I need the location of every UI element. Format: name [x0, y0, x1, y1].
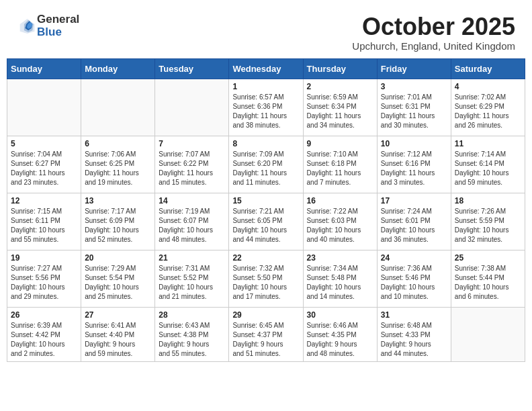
- day-info: Sunrise: 7:04 AMSunset: 6:27 PMDaylight:…: [11, 150, 77, 187]
- day-number: 29: [232, 310, 299, 320]
- day-number: 28: [159, 310, 225, 320]
- day-info: Sunrise: 7:01 AMSunset: 6:31 PMDaylight:…: [381, 93, 447, 130]
- day-info: Sunrise: 7:17 AMSunset: 6:09 PMDaylight:…: [85, 207, 151, 244]
- calendar-cell: 9Sunrise: 7:10 AMSunset: 6:18 PMDaylight…: [303, 136, 377, 193]
- day-number: 19: [11, 253, 77, 263]
- day-info: Sunrise: 7:26 AMSunset: 5:59 PMDaylight:…: [455, 207, 521, 244]
- day-info: Sunrise: 7:06 AMSunset: 6:25 PMDaylight:…: [85, 150, 151, 187]
- month-title: October 2025: [352, 13, 515, 40]
- day-info: Sunrise: 7:24 AMSunset: 6:01 PMDaylight:…: [381, 207, 447, 244]
- day-number: 12: [11, 196, 77, 205]
- day-number: 30: [307, 310, 373, 320]
- day-info: Sunrise: 7:02 AMSunset: 6:29 PMDaylight:…: [455, 93, 521, 130]
- calendar-cell: 20Sunrise: 7:29 AMSunset: 5:54 PMDayligh…: [81, 250, 155, 307]
- day-number: 5: [11, 139, 77, 148]
- calendar-cell: 18Sunrise: 7:26 AMSunset: 5:59 PMDayligh…: [451, 193, 525, 250]
- day-number: 27: [85, 310, 151, 320]
- day-info: Sunrise: 6:39 AMSunset: 4:42 PMDaylight:…: [11, 321, 77, 359]
- calendar-week-5: 26Sunrise: 6:39 AMSunset: 4:42 PMDayligh…: [7, 307, 525, 361]
- calendar-cell: 21Sunrise: 7:31 AMSunset: 5:52 PMDayligh…: [155, 250, 229, 307]
- calendar-cell: 25Sunrise: 7:38 AMSunset: 5:44 PMDayligh…: [451, 250, 525, 307]
- day-number: 10: [381, 139, 447, 148]
- day-info: Sunrise: 7:34 AMSunset: 5:48 PMDaylight:…: [307, 264, 373, 302]
- day-info: Sunrise: 7:07 AMSunset: 6:22 PMDaylight:…: [159, 150, 225, 187]
- page-header: General Blue October 2025 Upchurch, Engl…: [7, 7, 525, 55]
- calendar-cell: 15Sunrise: 7:21 AMSunset: 6:05 PMDayligh…: [229, 193, 303, 250]
- day-info: Sunrise: 7:10 AMSunset: 6:18 PMDaylight:…: [307, 150, 373, 187]
- col-header-sunday: Sunday: [7, 58, 81, 79]
- calendar-cell: 16Sunrise: 7:22 AMSunset: 6:03 PMDayligh…: [303, 193, 377, 250]
- calendar-cell: 23Sunrise: 7:34 AMSunset: 5:48 PMDayligh…: [303, 250, 377, 307]
- calendar-cell: 11Sunrise: 7:14 AMSunset: 6:14 PMDayligh…: [451, 136, 525, 193]
- day-info: Sunrise: 6:48 AMSunset: 4:33 PMDaylight:…: [381, 321, 447, 359]
- calendar-cell: [451, 307, 525, 361]
- calendar-cell: 10Sunrise: 7:12 AMSunset: 6:16 PMDayligh…: [377, 136, 451, 193]
- calendar-cell: 31Sunrise: 6:48 AMSunset: 4:33 PMDayligh…: [377, 307, 451, 361]
- day-number: 4: [455, 82, 521, 91]
- day-number: 8: [232, 139, 299, 148]
- title-block: October 2025 Upchurch, England, United K…: [352, 13, 515, 52]
- day-number: 24: [381, 253, 447, 263]
- day-number: 31: [381, 310, 447, 320]
- day-info: Sunrise: 7:27 AMSunset: 5:56 PMDaylight:…: [11, 264, 77, 302]
- day-info: Sunrise: 6:59 AMSunset: 6:34 PMDaylight:…: [307, 93, 373, 130]
- calendar-cell: 22Sunrise: 7:32 AMSunset: 5:50 PMDayligh…: [229, 250, 303, 307]
- calendar-cell: 8Sunrise: 7:09 AMSunset: 6:20 PMDaylight…: [229, 136, 303, 193]
- day-number: 16: [307, 196, 373, 205]
- calendar-header-row: SundayMondayTuesdayWednesdayThursdayFrid…: [7, 58, 525, 79]
- day-number: 14: [159, 196, 225, 205]
- calendar-week-4: 19Sunrise: 7:27 AMSunset: 5:56 PMDayligh…: [7, 250, 525, 307]
- calendar-cell: 4Sunrise: 7:02 AMSunset: 6:29 PMDaylight…: [451, 79, 525, 136]
- day-info: Sunrise: 7:29 AMSunset: 5:54 PMDaylight:…: [85, 264, 151, 302]
- day-info: Sunrise: 6:57 AMSunset: 6:36 PMDaylight:…: [232, 93, 299, 130]
- day-info: Sunrise: 6:45 AMSunset: 4:37 PMDaylight:…: [232, 321, 299, 359]
- calendar-cell: 12Sunrise: 7:15 AMSunset: 6:11 PMDayligh…: [7, 193, 81, 250]
- day-number: 23: [307, 253, 373, 263]
- day-info: Sunrise: 7:32 AMSunset: 5:50 PMDaylight:…: [232, 264, 299, 302]
- location: Upchurch, England, United Kingdom: [352, 40, 515, 52]
- calendar-cell: 30Sunrise: 6:46 AMSunset: 4:35 PMDayligh…: [303, 307, 377, 361]
- calendar-cell: 14Sunrise: 7:19 AMSunset: 6:07 PMDayligh…: [155, 193, 229, 250]
- day-info: Sunrise: 6:41 AMSunset: 4:40 PMDaylight:…: [85, 321, 151, 359]
- col-header-thursday: Thursday: [303, 58, 377, 79]
- day-number: 7: [159, 139, 225, 148]
- logo-text: General Blue: [37, 13, 79, 38]
- col-header-wednesday: Wednesday: [229, 58, 303, 79]
- day-number: 18: [455, 196, 521, 205]
- day-info: Sunrise: 7:19 AMSunset: 6:07 PMDaylight:…: [159, 207, 225, 244]
- day-number: 2: [307, 82, 373, 91]
- calendar-cell: 24Sunrise: 7:36 AMSunset: 5:46 PMDayligh…: [377, 250, 451, 307]
- day-info: Sunrise: 7:21 AMSunset: 6:05 PMDaylight:…: [232, 207, 299, 244]
- logo-icon: [17, 17, 36, 36]
- calendar-cell: [81, 79, 155, 136]
- calendar-cell: 1Sunrise: 6:57 AMSunset: 6:36 PMDaylight…: [229, 79, 303, 136]
- calendar: SundayMondayTuesdayWednesdayThursdayFrid…: [7, 58, 525, 362]
- calendar-cell: 13Sunrise: 7:17 AMSunset: 6:09 PMDayligh…: [81, 193, 155, 250]
- calendar-week-3: 12Sunrise: 7:15 AMSunset: 6:11 PMDayligh…: [7, 193, 525, 250]
- col-header-saturday: Saturday: [451, 58, 525, 79]
- logo: General Blue: [17, 13, 79, 38]
- calendar-cell: 2Sunrise: 6:59 AMSunset: 6:34 PMDaylight…: [303, 79, 377, 136]
- calendar-cell: 5Sunrise: 7:04 AMSunset: 6:27 PMDaylight…: [7, 136, 81, 193]
- calendar-cell: 27Sunrise: 6:41 AMSunset: 4:40 PMDayligh…: [81, 307, 155, 361]
- day-number: 20: [85, 253, 151, 263]
- day-info: Sunrise: 7:12 AMSunset: 6:16 PMDaylight:…: [381, 150, 447, 187]
- day-number: 11: [455, 139, 521, 148]
- day-info: Sunrise: 7:38 AMSunset: 5:44 PMDaylight:…: [455, 264, 521, 302]
- day-number: 25: [455, 253, 521, 263]
- calendar-week-1: 1Sunrise: 6:57 AMSunset: 6:36 PMDaylight…: [7, 79, 525, 136]
- day-info: Sunrise: 6:43 AMSunset: 4:38 PMDaylight:…: [159, 321, 225, 359]
- day-info: Sunrise: 7:31 AMSunset: 5:52 PMDaylight:…: [159, 264, 225, 302]
- calendar-week-2: 5Sunrise: 7:04 AMSunset: 6:27 PMDaylight…: [7, 136, 525, 193]
- day-info: Sunrise: 6:46 AMSunset: 4:35 PMDaylight:…: [307, 321, 373, 359]
- day-info: Sunrise: 7:36 AMSunset: 5:46 PMDaylight:…: [381, 264, 447, 302]
- calendar-cell: [7, 79, 81, 136]
- calendar-cell: [155, 79, 229, 136]
- day-number: 6: [85, 139, 151, 148]
- day-number: 3: [381, 82, 447, 91]
- day-number: 26: [11, 310, 77, 320]
- day-info: Sunrise: 7:15 AMSunset: 6:11 PMDaylight:…: [11, 207, 77, 244]
- day-number: 21: [159, 253, 225, 263]
- col-header-monday: Monday: [81, 58, 155, 79]
- day-number: 9: [307, 139, 373, 148]
